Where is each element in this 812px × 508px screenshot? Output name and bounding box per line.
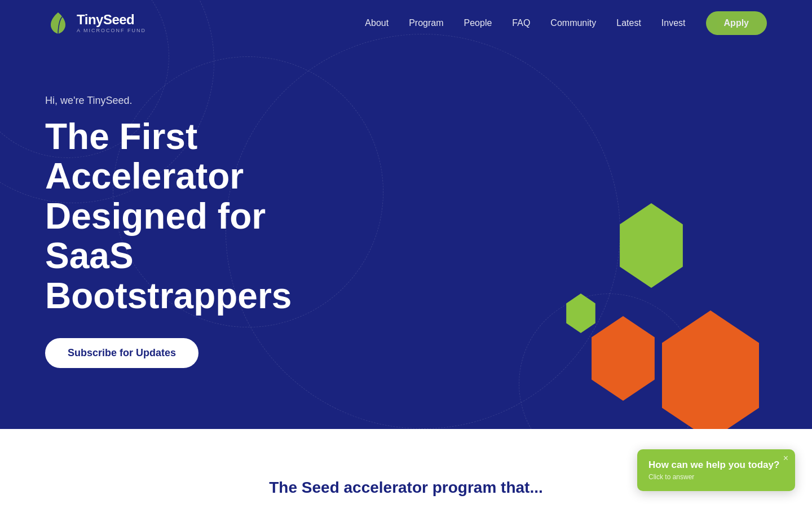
hex-green-large <box>615 203 688 288</box>
logo-text: TinySeed A MICROCONF FUND <box>77 13 146 33</box>
nav-about[interactable]: About <box>365 18 389 28</box>
hex-green-small <box>564 294 598 333</box>
main-nav: About Program People FAQ Community Lates… <box>365 11 767 35</box>
hex-orange-large <box>654 310 767 429</box>
brand-name: TinySeed <box>77 13 146 27</box>
chat-widget[interactable]: × How can we help you today? Click to an… <box>637 449 795 491</box>
chat-subtitle: Click to answer <box>648 473 784 481</box>
hero-heading-line1: The First Accelerator <box>45 116 244 196</box>
chat-close-button[interactable]: × <box>783 454 788 463</box>
nav-people[interactable]: People <box>464 18 492 28</box>
deco-circle-5 <box>519 294 699 429</box>
tinyseed-logo-icon <box>45 10 71 36</box>
hero-hexagons <box>586 169 812 429</box>
hero-section: Hi, we're TinySeed. The First Accelerato… <box>0 0 812 429</box>
nav-community[interactable]: Community <box>550 18 596 28</box>
bottom-teaser-text: The Seed accelerator program that... <box>269 479 543 497</box>
apply-button[interactable]: Apply <box>706 11 767 35</box>
nav-program[interactable]: Program <box>409 18 443 28</box>
subscribe-button[interactable]: Subscribe for Updates <box>45 338 198 368</box>
nav-faq[interactable]: FAQ <box>512 18 530 28</box>
hero-heading-line3: Bootstrappers <box>45 275 292 316</box>
brand-tagline: A MICROCONF FUND <box>77 28 146 33</box>
chat-title: How can we help you today? <box>648 459 784 471</box>
hero-heading: The First Accelerator Designed for SaaS … <box>45 117 350 316</box>
hero-heading-line2: Designed for SaaS <box>45 196 266 276</box>
logo-link[interactable]: TinySeed A MICROCONF FUND <box>45 10 146 36</box>
hero-intro-text: Hi, we're TinySeed. <box>45 95 350 107</box>
nav-invest[interactable]: Invest <box>661 18 686 28</box>
nav-latest[interactable]: Latest <box>616 18 641 28</box>
hex-orange-medium <box>586 316 660 401</box>
site-header: TinySeed A MICROCONF FUND About Program … <box>0 0 812 46</box>
hero-content: Hi, we're TinySeed. The First Accelerato… <box>0 95 395 368</box>
